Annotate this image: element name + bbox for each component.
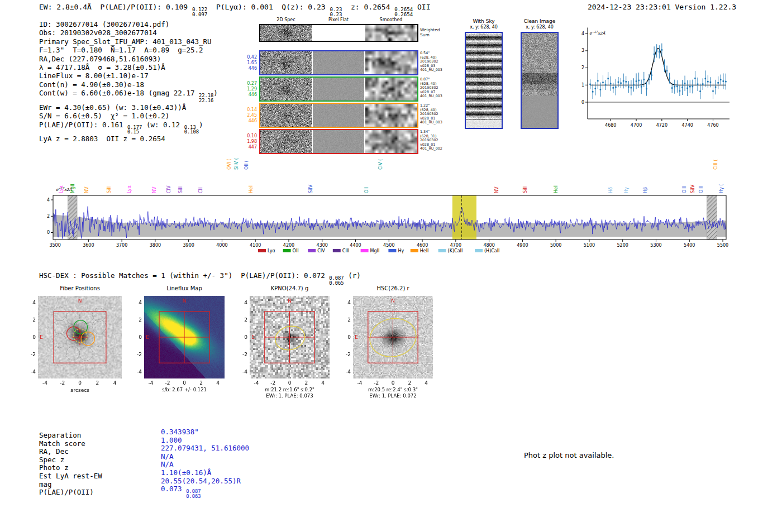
timestamp-version: 2024-12-23 23:23:01 Version 1.22.3 <box>588 3 736 11</box>
data-point <box>592 91 594 93</box>
smoothed-image <box>365 104 417 127</box>
spec2d-row-left-labels: 0.101.98447 <box>238 133 257 150</box>
clean-image-title: Clean Image <box>512 18 568 24</box>
cutout-overlay: NE <box>144 296 225 378</box>
with-sky-image <box>466 33 502 128</box>
spec2d-left-label: 0.14 <box>238 107 257 113</box>
data-point <box>643 79 645 80</box>
spec2d-row-annotation: 1.34"(628, 31)20190302v028_01401_RU_002 <box>420 130 442 151</box>
pixel-flat-image <box>313 25 364 41</box>
emission-line-label: MgII <box>70 184 75 193</box>
elixer-report: EW: 2.8±0.4Å P(LAE)/P(OII): 0.109 0.1220… <box>0 0 782 532</box>
spec2d-row-left-labels: 0.142.45446 <box>238 107 257 124</box>
clean-image-coords: x, y: 628, 40 <box>512 25 568 30</box>
match-value-text: 1.000 <box>161 436 182 444</box>
match-value-uncertainty: 0.0870.063 <box>186 489 201 499</box>
x-tick-label: 4900 <box>517 243 528 248</box>
y-tick-label: 2 <box>47 214 50 219</box>
x-tick-label: 4680 <box>605 123 616 128</box>
emission-line-label: Lyα <box>59 185 64 193</box>
cutout-x-tick-label: 4 <box>421 380 431 386</box>
spec2d-image <box>260 51 312 74</box>
cutout-y-tick-label: -4 <box>238 369 247 375</box>
emission-line-label: Hγ <box>624 187 629 193</box>
emission-line-label: SiIV <box>308 184 313 193</box>
cutout-y-tick-label: 0 <box>26 334 36 340</box>
emission-line-label: NV <box>494 186 499 193</box>
spec2d-annotation-line: 401_RU_003 <box>420 94 442 99</box>
legend-label: Lyα <box>268 248 275 253</box>
data-point <box>707 81 709 83</box>
match-row-label: P(LAE)/P(OII) <box>39 488 94 496</box>
data-point <box>669 78 670 79</box>
data-point <box>615 87 617 88</box>
smoothed-image <box>365 130 417 153</box>
x-tick-label: 4600 <box>417 243 428 248</box>
plae2-uncertainty: 0.1770.15 <box>127 125 142 135</box>
plae2-pre: P(LAE)/P(OII): 0.161 <box>39 121 127 129</box>
spec2d-annotation-line: 401_RU_002 <box>420 147 442 151</box>
spec2d-image <box>260 78 312 100</box>
spec2d-row <box>259 24 418 42</box>
cont-w-pre: Cont(w) = 6.60(±0.06)e-18 (gmag 22.17 <box>39 89 199 97</box>
match-row-value: N/A <box>161 452 174 461</box>
x-tick-label: 3900 <box>183 243 194 248</box>
fiber-circle-gray <box>53 320 66 333</box>
info-cont-n: Cont(n) = 4.90(±0.30)e-18 <box>39 80 218 89</box>
x-tick-label: 4760 <box>707 123 718 128</box>
cutout-y-tick-label: 0 <box>341 334 351 340</box>
emission-line-label: OIII <box>699 186 704 193</box>
spec2d-row <box>259 129 418 154</box>
spec2d-row <box>259 50 418 75</box>
legend-swatch <box>333 249 341 252</box>
cont-w-post: ) <box>213 89 218 97</box>
cutout-x-tick-label: 0 <box>388 380 398 386</box>
cutout-y-tick-label: 2 <box>341 317 351 323</box>
y-axis-units-label: e−17x2Å <box>589 30 605 36</box>
y-tick-label: 4 <box>47 198 50 203</box>
aperture-ellipse <box>273 323 308 353</box>
full-spectrum-plot: 0243500360037003800390040004100420043004… <box>39 146 737 261</box>
info-seeing: F=1.3" T=0.180 N̄=1.17 A=0.89 g=25.2 <box>39 46 218 54</box>
spec2d-left-label: 0.27 <box>238 81 257 87</box>
spec2d-image <box>260 25 312 41</box>
cutout-x-tick-label: 0 <box>285 380 295 386</box>
x-tick-label: 4200 <box>283 243 294 248</box>
cutout-y-tick-label: 2 <box>26 317 36 323</box>
data-point <box>704 78 706 80</box>
spec2d-row-left-labels: 0.421.65446 <box>238 55 257 71</box>
spec2d-left-label: 1.29 <box>238 87 257 92</box>
spec2d-left-label: 446 <box>238 66 257 71</box>
cutout-y-tick-label: -4 <box>132 369 142 375</box>
data-point <box>610 83 612 84</box>
cutout-y-tick-label: 4 <box>132 300 142 305</box>
data-point <box>684 83 686 84</box>
legend-swatch <box>411 249 418 252</box>
plae-uncertainty: 0.1220.097 <box>192 7 207 18</box>
spec2d-left-label: 447 <box>238 145 257 150</box>
spec2d-left-label: 446 <box>238 92 257 98</box>
x-tick-label: 4300 <box>317 243 328 248</box>
y-tick-label: 2 <box>581 65 584 70</box>
match-value-text: 20.55(20.54,20.55)R <box>161 477 241 485</box>
data-point <box>712 90 714 92</box>
cutout-caption: m:20.5 re:2.4" s:0.3" <box>339 387 447 392</box>
data-point <box>681 87 683 88</box>
error-band <box>53 214 726 237</box>
east-indicator: E <box>355 334 358 340</box>
cutout-x-tick-label: -2 <box>268 380 278 386</box>
cutout-title: Fiber Positions <box>27 285 133 291</box>
y-tick-label: 3 <box>581 48 584 53</box>
info-id: ID: 3002677014 (3002677014.pdf) <box>39 20 218 28</box>
x-tick-label: 4800 <box>483 243 494 248</box>
legend-label: (K)CaII <box>448 248 463 253</box>
info-lambda-sigma: λ = 4717.18Å σ = 3.28(±0.51)Å <box>39 63 218 71</box>
data-point <box>649 79 650 80</box>
cutout-y-tick-label: -4 <box>341 369 351 375</box>
emission-line-label: SiIV ( <box>234 158 239 170</box>
cutout-caption: EWr: 1. PLAE: 0.072 <box>339 393 447 399</box>
spec2d-annotation-line: 401_RU_003 <box>420 68 442 73</box>
cutout-y-tick-label: 4 <box>238 300 247 305</box>
legend-swatch <box>475 249 483 252</box>
east-indicator: E <box>40 334 43 340</box>
